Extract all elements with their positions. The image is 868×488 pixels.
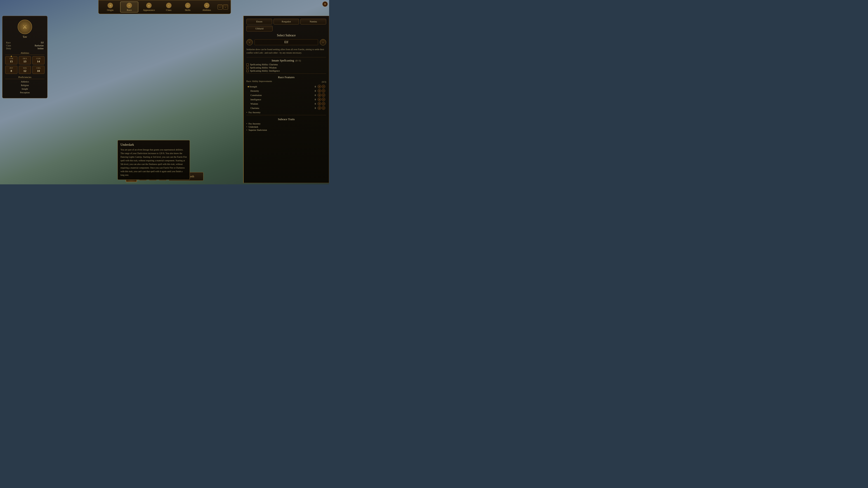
nav-next-button[interactable]: ›: [223, 4, 228, 9]
spellcasting-charisma[interactable]: Spellcasting Ability: Charisma: [246, 63, 326, 66]
class-icon: ⚔: [166, 3, 171, 8]
nav-prev-button[interactable]: ‹: [217, 4, 222, 9]
tab-appearance[interactable]: ◈ Appearance: [139, 2, 159, 12]
nav-arrows: ‹ ›: [217, 4, 228, 9]
spellcasting-intelligence[interactable]: Spellcasting Ability: Intelligence: [246, 70, 326, 72]
charisma-minus-button[interactable]: −: [322, 106, 325, 110]
ability-improvements-count: (0/3): [322, 80, 326, 83]
checkbox-intelligence[interactable]: [246, 70, 249, 72]
tab-race-label: Race: [127, 8, 132, 11]
dexterity-controls: + −: [318, 89, 325, 93]
strength-star-icon: ★: [247, 86, 249, 88]
race-label: Race: [6, 41, 11, 44]
checkbox-charisma[interactable]: [246, 64, 249, 66]
select-subrace-title: Select Subrace: [246, 34, 326, 37]
subrace-prev-button[interactable]: ‹: [246, 39, 253, 45]
right-panel: Elezen Roegadyn Numina Ulitharid Select …: [243, 16, 329, 183]
proficiencies-list: Athletics Religion Insight Perception: [5, 80, 44, 94]
underdark-tooltip: Underdark You are part of an elven linea…: [118, 140, 190, 180]
origin-icon: ⊕: [107, 3, 113, 8]
dexterity-minus-button[interactable]: −: [322, 89, 325, 93]
tab-class[interactable]: ⚔ Class: [160, 2, 178, 12]
race-value: Elf: [41, 41, 43, 44]
top-navigation: ⊕ Origin ⚜ Race ◈ Appearance ⚔ Class ◎ S…: [98, 0, 231, 14]
constitution-plus-button[interactable]: +: [318, 93, 321, 97]
intelligence-plus-button[interactable]: +: [318, 98, 321, 101]
proficiency-perception: Perception: [5, 91, 44, 94]
ability-cha: CHA 10: [32, 66, 44, 74]
subrace-description: Seldarine drow can be found seeking alli…: [246, 48, 326, 55]
portrait-icon: ⚔: [18, 20, 32, 34]
innate-spellcasting-count: (0 /1): [296, 59, 301, 62]
spellcasting-wisdom[interactable]: Spellcasting Ability: Wisdom: [246, 66, 326, 69]
constitution-minus-button[interactable]: −: [322, 93, 325, 97]
subrace-elezen[interactable]: Elezen: [246, 19, 272, 24]
ability-str: STR 15: [5, 56, 18, 64]
ability-row-charisma: Charisma 0 + −: [246, 106, 326, 110]
appearance-icon: ◈: [146, 3, 152, 8]
tab-abilities[interactable]: ✦ Abilities: [197, 2, 216, 12]
trait-fey-ancestry: • Fey Ancestry: [246, 123, 326, 125]
charisma-controls: + −: [318, 106, 325, 110]
race-icon: ⚜: [127, 3, 132, 8]
class-label: Class: [6, 44, 11, 47]
tab-class-label: Class: [166, 8, 171, 11]
proficiency-religion: Religion: [5, 84, 44, 87]
race-features-title: Race Features: [246, 75, 326, 79]
proficiencies-title: Proficiencies: [5, 76, 44, 79]
constitution-controls: + −: [318, 93, 325, 97]
proficiency-athletics: Athletics: [5, 80, 44, 84]
strength-plus-button[interactable]: +: [318, 85, 321, 88]
tab-origin-label: Origin: [107, 8, 114, 11]
dexterity-plus-button[interactable]: +: [318, 89, 321, 93]
tab-abilities-label: Abilities: [202, 8, 211, 11]
subrace-tabs: Elezen Roegadyn Numina: [246, 19, 326, 24]
checkbox-wisdom[interactable]: [246, 67, 249, 69]
abilities-icon: ✦: [204, 3, 209, 8]
class-value: Barbarian: [35, 44, 43, 47]
tab-skills-label: Skills: [185, 8, 191, 11]
charisma-plus-button[interactable]: +: [318, 106, 321, 110]
ability-wis: WIS 12: [19, 66, 31, 74]
close-button[interactable]: ✕: [322, 1, 328, 7]
left-panel: ⚔ Tav Race Elf Class Barbarian Deity Sel…: [2, 16, 48, 98]
subrace-ulitharid[interactable]: Ulitharid: [246, 26, 273, 31]
wisdom-plus-button[interactable]: +: [318, 102, 321, 105]
tab-race[interactable]: ⚜ Race: [120, 2, 138, 12]
intelligence-minus-button[interactable]: −: [322, 98, 325, 101]
divider-3: [246, 115, 326, 115]
wisdom-minus-button[interactable]: −: [322, 102, 325, 105]
deity-row: Deity Selûne: [5, 47, 44, 50]
ability-row-constitution: Constitution 0 + −: [246, 93, 326, 97]
underdark-tooltip-text: You are part of an elven lineage that gr…: [121, 148, 187, 177]
subrace-roegadyn[interactable]: Roegadyn: [274, 19, 299, 24]
subrace-selector: ‹ Elf ›: [246, 39, 326, 45]
abilities-section-title: Abilities: [5, 52, 44, 55]
tab-skills[interactable]: ◎ Skills: [179, 2, 197, 12]
divider-2: [246, 73, 326, 74]
ability-row-strength: ★ Strength 0 + −: [246, 85, 326, 88]
ability-improvements-label: Race: Ability Improvements: [246, 80, 272, 83]
tab-origin[interactable]: ⊕ Origin: [101, 2, 119, 12]
ability-con: CON 14: [32, 56, 44, 64]
intelligence-controls: + −: [318, 98, 325, 101]
trait-superior-darkvision: • Superior Darkvision: [246, 129, 326, 131]
underdark-tooltip-title: Underdark: [121, 143, 187, 147]
subrace-traits-title: Subrace Traits: [246, 118, 326, 121]
fey-ancestry-item: • Fey Ancestry: [246, 111, 326, 113]
deity-value: Selûne: [37, 47, 43, 50]
character-portrait: ⚔ Tav: [5, 20, 44, 39]
trait-underdark[interactable]: • Underdark: [246, 126, 326, 128]
innate-spellcasting-title: Innate Spellcasting: [272, 59, 294, 62]
class-row: Class Barbarian: [5, 44, 44, 47]
subrace-next-button[interactable]: ›: [320, 39, 326, 45]
strength-controls: + −: [318, 85, 325, 88]
skills-icon: ◎: [185, 3, 190, 8]
race-row: Race Elf: [5, 41, 44, 44]
character-name: Tav: [23, 35, 27, 39]
ability-row-wisdom: Wisdom 0 + −: [246, 102, 326, 105]
subrace-numina[interactable]: Numina: [301, 19, 326, 24]
abilities-grid: STR 15 DEX 13 CON 14 INT 8 WIS 12 CHA 10: [5, 56, 44, 74]
strength-minus-button[interactable]: −: [322, 85, 325, 88]
ability-row-dexterity: Dexterity 0 + −: [246, 89, 326, 93]
